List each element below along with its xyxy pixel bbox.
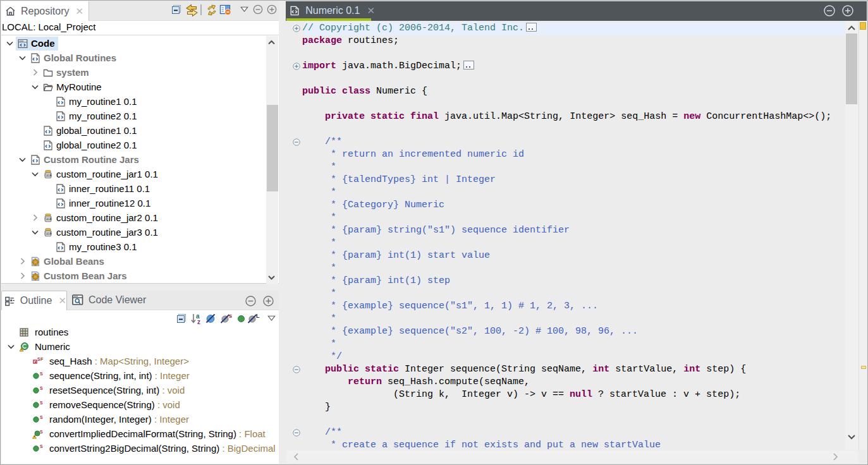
svg-text:S: S [40,444,43,449]
svg-text:010: 010 [46,173,51,176]
svg-text:S: S [40,415,43,420]
svg-text:L: L [256,313,260,319]
svg-text:010: 010 [46,231,51,234]
svg-text:S: S [40,386,43,390]
svg-text:s: s [229,313,232,319]
svg-text:010: 010 [46,217,51,220]
svg-text:S: S [40,401,43,405]
svg-text:S: S [40,371,43,376]
svg-text:S: S [40,430,43,434]
svg-text:F: F [40,357,44,361]
